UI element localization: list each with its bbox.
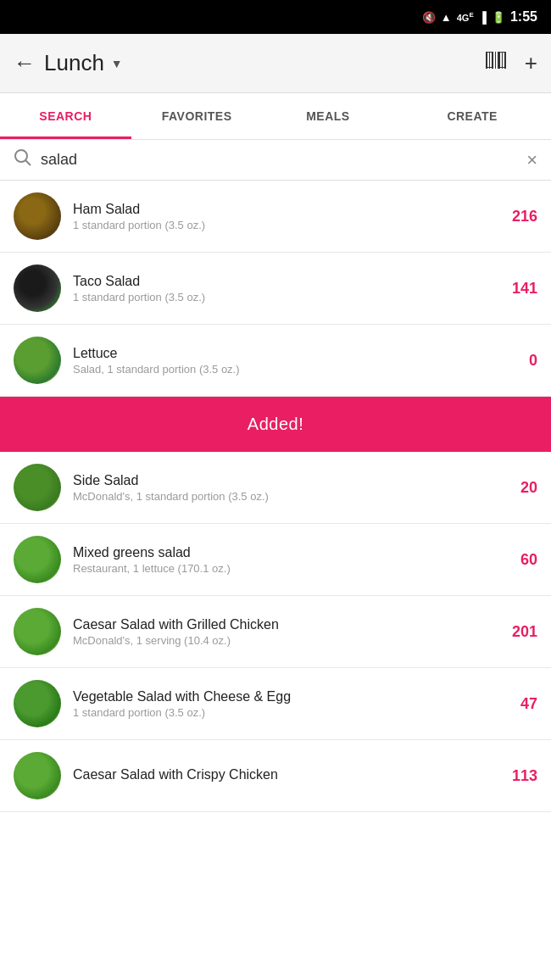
food-calories: 47 xyxy=(504,695,537,713)
food-info: Taco Salad 1 standard portion (3.5 oz.) xyxy=(73,274,504,303)
barcode-button[interactable] xyxy=(484,48,508,78)
battery-icon: 🔋 xyxy=(492,11,505,24)
food-list: Ham Salad 1 standard portion (3.5 oz.) 2… xyxy=(0,181,551,397)
food-image xyxy=(14,337,61,384)
svg-rect-8 xyxy=(499,67,506,68)
svg-rect-3 xyxy=(495,52,496,69)
food-list-continued: Side Salad McDonald's, 1 standard portio… xyxy=(0,452,551,812)
food-detail: Restaurant, 1 lettuce (170.1 oz.) xyxy=(73,562,504,575)
header-title-area: Lunch ▼ xyxy=(44,50,484,76)
page-title: Lunch xyxy=(44,50,104,76)
search-bar: × xyxy=(0,140,551,181)
svg-rect-4 xyxy=(498,52,500,69)
food-info: Ham Salad 1 standard portion (3.5 oz.) xyxy=(73,202,504,231)
food-info: Mixed greens salad Restaurant, 1 lettuce… xyxy=(73,545,504,575)
svg-rect-2 xyxy=(492,52,493,69)
barcode-icon xyxy=(484,48,508,72)
signal-icon: ▐ xyxy=(479,11,487,24)
food-image xyxy=(14,464,61,511)
food-detail: 1 standard portion (3.5 oz.) xyxy=(73,219,504,231)
search-clear-button[interactable]: × xyxy=(526,149,537,171)
food-calories: 60 xyxy=(504,551,537,569)
food-name: Caesar Salad with Crispy Chicken xyxy=(73,767,504,782)
tab-meals[interactable]: MEALS xyxy=(263,93,394,139)
4ge-icon: 4GE xyxy=(457,11,474,23)
food-detail: 1 standard portion (3.5 oz.) xyxy=(73,291,504,303)
search-input[interactable] xyxy=(41,151,518,169)
food-image xyxy=(14,608,61,655)
food-info: Vegetable Salad with Cheese & Egg 1 stan… xyxy=(73,689,504,719)
food-name: Lettuce xyxy=(73,346,504,361)
food-calories: 20 xyxy=(504,479,537,497)
list-item[interactable]: Caesar Salad with Grilled Chicken McDona… xyxy=(0,596,551,668)
food-calories: 216 xyxy=(504,208,537,226)
back-button[interactable]: ← xyxy=(14,50,36,76)
status-icons: 🔇 ▲ 4GE ▐ 🔋 1:55 xyxy=(422,9,537,25)
added-banner: Added! xyxy=(0,397,551,452)
food-name: Ham Salad xyxy=(73,202,504,217)
tab-search[interactable]: SEARCH xyxy=(0,93,131,139)
food-name: Vegetable Salad with Cheese & Egg xyxy=(73,689,504,704)
food-calories: 0 xyxy=(504,352,537,370)
tabs-bar: SEARCH FAVORITES MEALS CREATE xyxy=(0,93,551,140)
mute-icon: 🔇 xyxy=(422,11,436,24)
svg-rect-10 xyxy=(499,52,506,53)
food-name: Taco Salad xyxy=(73,274,504,289)
food-detail: McDonald's, 1 standard portion (3.5 oz.) xyxy=(73,490,504,503)
svg-rect-9 xyxy=(486,52,493,53)
list-item[interactable]: Lettuce Salad, 1 standard portion (3.5 o… xyxy=(0,325,551,397)
svg-rect-1 xyxy=(489,52,490,69)
food-info: Caesar Salad with Grilled Chicken McDona… xyxy=(73,617,504,647)
food-info: Lettuce Salad, 1 standard portion (3.5 o… xyxy=(73,346,504,376)
list-item[interactable]: Side Salad McDonald's, 1 standard portio… xyxy=(0,452,551,524)
tab-create[interactable]: CREATE xyxy=(393,93,551,139)
tab-favorites[interactable]: FAVORITES xyxy=(131,93,263,139)
list-item[interactable]: Mixed greens salad Restaurant, 1 lettuce… xyxy=(0,524,551,596)
svg-rect-5 xyxy=(502,52,503,69)
svg-line-12 xyxy=(25,160,31,165)
title-dropdown-arrow[interactable]: ▼ xyxy=(111,57,123,70)
food-calories: 113 xyxy=(504,767,537,785)
food-calories: 141 xyxy=(504,280,537,298)
status-bar: 🔇 ▲ 4GE ▐ 🔋 1:55 xyxy=(0,0,551,34)
food-image xyxy=(14,536,61,583)
svg-point-11 xyxy=(15,150,27,162)
added-text: Added! xyxy=(248,415,303,434)
food-image xyxy=(14,752,61,799)
food-detail: McDonald's, 1 serving (10.4 oz.) xyxy=(73,634,504,647)
food-image xyxy=(14,192,61,240)
food-image xyxy=(14,680,61,727)
add-button[interactable]: + xyxy=(525,50,537,76)
header: ← Lunch ▼ + xyxy=(0,34,551,93)
food-name: Mixed greens salad xyxy=(73,545,504,560)
food-detail: 1 standard portion (3.5 oz.) xyxy=(73,706,504,719)
header-actions: + xyxy=(484,48,537,78)
list-item[interactable]: Vegetable Salad with Cheese & Egg 1 stan… xyxy=(0,668,551,740)
wifi-icon: ▲ xyxy=(441,11,452,24)
list-item[interactable]: Taco Salad 1 standard portion (3.5 oz.) … xyxy=(0,253,551,325)
food-calories: 201 xyxy=(504,623,537,641)
food-image xyxy=(14,264,61,312)
svg-rect-0 xyxy=(486,52,487,69)
list-item[interactable]: Caesar Salad with Crispy Chicken 113 xyxy=(0,740,551,812)
search-icon xyxy=(14,148,32,171)
status-time: 1:55 xyxy=(510,9,537,25)
svg-rect-7 xyxy=(486,67,493,68)
list-item[interactable]: Ham Salad 1 standard portion (3.5 oz.) 2… xyxy=(0,181,551,253)
food-name: Side Salad xyxy=(73,473,504,488)
svg-rect-6 xyxy=(504,52,506,69)
food-name: Caesar Salad with Grilled Chicken xyxy=(73,617,504,632)
food-detail: Salad, 1 standard portion (3.5 oz.) xyxy=(73,363,504,376)
food-info: Side Salad McDonald's, 1 standard portio… xyxy=(73,473,504,503)
food-info: Caesar Salad with Crispy Chicken xyxy=(73,767,504,784)
